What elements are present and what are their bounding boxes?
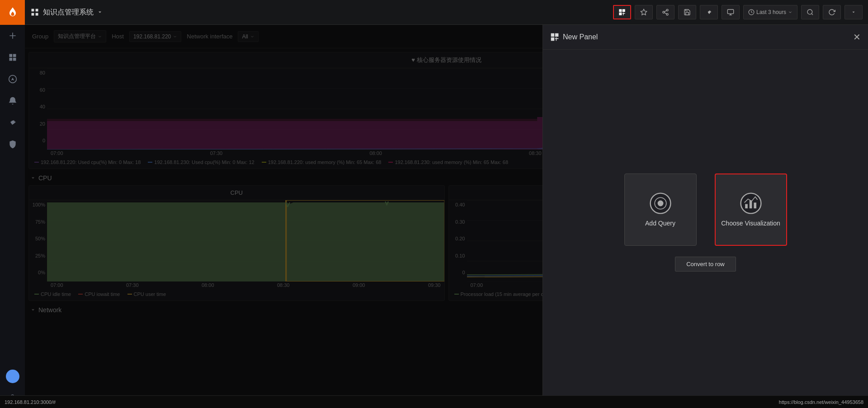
sidebar-item-configuration[interactable] [0, 112, 25, 133]
svg-rect-3 [13, 58, 16, 61]
time-chevron-icon [788, 10, 793, 14]
svg-point-13 [666, 9, 668, 11]
svg-point-14 [663, 11, 665, 13]
search-button[interactable] [801, 5, 819, 19]
refresh-button[interactable] [823, 5, 841, 19]
new-panel-title: New Panel [550, 33, 598, 42]
new-panel: New Panel ✕ Add Query [542, 25, 868, 395]
bottombar-link: https://blog.csdn.net/weixin_44953658 [779, 399, 863, 405]
svg-point-18 [807, 9, 812, 14]
close-panel-button[interactable]: ✕ [853, 32, 861, 42]
add-query-icon [650, 192, 671, 214]
sidebar-item-add[interactable] [0, 25, 25, 47]
settings-button[interactable] [700, 5, 718, 19]
choose-visualization-option[interactable]: Choose Visualization [715, 174, 787, 246]
topbar: 知识点管理系统 Last 3 hours [25, 0, 868, 25]
svg-rect-39 [551, 33, 555, 37]
svg-rect-2 [9, 58, 12, 61]
svg-rect-5 [32, 9, 34, 12]
flame-icon [6, 6, 19, 19]
add-panel-button[interactable] [613, 5, 631, 19]
sidebar-item-dashboards[interactable] [0, 47, 25, 68]
bottombar-url: 192.168.81.210:3000/# [5, 399, 56, 405]
convert-to-row-button[interactable]: Convert to row [675, 257, 736, 272]
new-panel-icon [550, 33, 559, 42]
svg-point-44 [657, 201, 663, 206]
new-panel-header: New Panel ✕ [543, 25, 868, 50]
refresh-dropdown-button[interactable] [844, 5, 863, 19]
svg-rect-46 [745, 204, 748, 209]
app-title: 知识点管理系统 [43, 8, 94, 17]
chevron-down-icon [97, 9, 103, 15]
svg-rect-16 [727, 9, 733, 14]
sidebar-item-shield[interactable] [0, 133, 25, 155]
svg-rect-10 [623, 9, 625, 12]
svg-rect-40 [555, 33, 559, 37]
svg-point-15 [666, 14, 668, 15]
app-logo[interactable] [0, 0, 25, 25]
svg-rect-48 [754, 202, 756, 208]
add-query-option[interactable]: Add Query [624, 174, 697, 246]
time-range-label: Last 3 hours [756, 9, 786, 15]
sidebar: ? [0, 0, 25, 408]
topbar-title: 知识点管理系统 [30, 8, 103, 17]
svg-rect-47 [749, 201, 752, 209]
share-button[interactable] [656, 5, 675, 19]
time-range-button[interactable]: Last 3 hours [743, 5, 797, 19]
chevron-down-small-icon [851, 10, 856, 14]
svg-rect-8 [36, 13, 38, 16]
svg-rect-9 [619, 9, 622, 12]
grid-icon [30, 8, 39, 17]
svg-rect-11 [619, 13, 622, 15]
tv-button[interactable] [722, 5, 740, 19]
choose-viz-icon [740, 192, 762, 214]
svg-rect-41 [551, 38, 555, 41]
svg-marker-12 [641, 9, 646, 15]
topbar-actions: Last 3 hours [613, 5, 863, 19]
svg-rect-1 [13, 54, 16, 57]
svg-rect-0 [9, 54, 12, 57]
user-avatar[interactable] [6, 370, 19, 383]
save-button[interactable] [678, 5, 696, 19]
panel-options: Add Query Choose Visualization [624, 174, 787, 246]
new-panel-body: Add Query Choose Visualization [543, 50, 868, 395]
star-button[interactable] [635, 5, 653, 19]
sidebar-item-alerting[interactable] [0, 90, 25, 112]
svg-rect-6 [36, 9, 38, 12]
new-panel-overlay: New Panel ✕ Add Query [25, 25, 868, 395]
svg-rect-7 [32, 13, 34, 16]
bottombar: 192.168.81.210:3000/# https://blog.csdn.… [0, 395, 868, 408]
sidebar-item-explore[interactable] [0, 68, 25, 90]
